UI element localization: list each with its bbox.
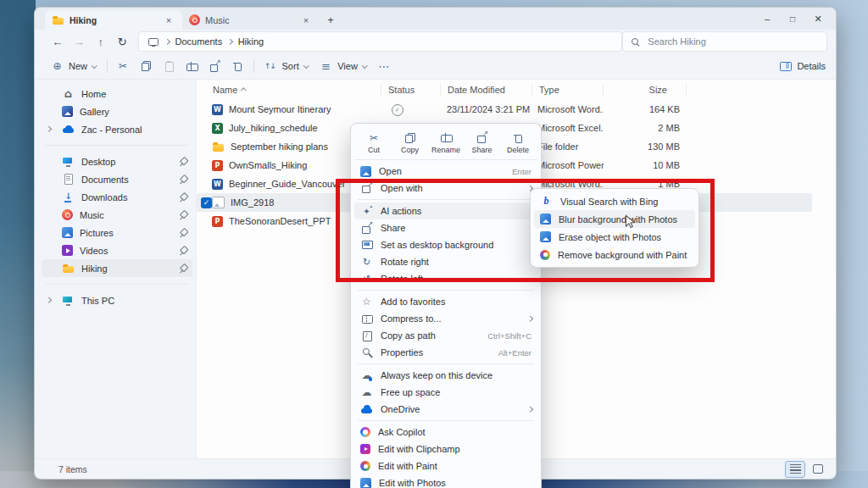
tab-hiking[interactable]: Hiking × — [45, 10, 182, 30]
context-menu-item[interactable]: Always keep on this device — [354, 367, 537, 384]
cut-icon — [117, 60, 130, 73]
breadcrumb[interactable]: DocumentsHiking — [138, 31, 622, 52]
clipchamp-icon — [360, 444, 370, 454]
expand-chevron-icon[interactable] — [46, 297, 51, 302]
ai-actions-icon — [360, 205, 373, 218]
chevron-down-icon — [303, 63, 309, 68]
file-row[interactable]: Mount Seymour Itinerary 23/11/2024 3:21 … — [197, 100, 812, 119]
refresh-button[interactable] — [112, 32, 134, 51]
submenu-item[interactable]: Remove background with Paint — [534, 246, 695, 263]
home-icon — [62, 87, 75, 100]
submenu-item[interactable]: Blur background with Photos — [534, 210, 695, 228]
context-menu-item[interactable]: Edit with Clipchamp — [354, 441, 537, 458]
pin-icon — [178, 210, 187, 220]
sidebar-item[interactable]: Gallery — [42, 103, 192, 120]
context-menu-item[interactable]: Rotate left — [354, 270, 537, 287]
sidebar-item[interactable]: Hiking — [42, 259, 192, 277]
quick-action-button[interactable]: Copy — [394, 130, 426, 156]
context-menu-item[interactable]: Share — [354, 219, 537, 236]
quick-action-button[interactable]: Rename — [430, 130, 462, 156]
quick-action-button[interactable]: Share — [466, 130, 498, 156]
sidebar-item[interactable]: Desktop — [42, 152, 192, 170]
music-app-icon — [62, 209, 73, 220]
maximize-button[interactable]: □ — [780, 8, 805, 30]
submenu-item[interactable]: Erase object with Photos — [534, 228, 695, 246]
context-menu-item[interactable]: Edit with Paint — [354, 458, 537, 474]
new-tab-button[interactable]: + — [320, 10, 342, 30]
up-button[interactable]: ↑ — [90, 32, 112, 51]
file-size: 2 MB — [604, 123, 687, 133]
context-menu-item[interactable]: AI actions — [354, 202, 537, 219]
details-pane-button[interactable]: Details — [779, 60, 826, 73]
context-menu-item[interactable]: Edit with Photos — [354, 474, 537, 488]
context-menu-item[interactable]: Open with — [354, 180, 537, 197]
context-menu-item[interactable]: OneDrive — [354, 401, 537, 418]
rename-button[interactable] — [181, 56, 203, 76]
forward-button[interactable]: → — [69, 32, 91, 51]
chevron-right-icon — [527, 316, 532, 321]
breadcrumb-segment[interactable]: Hiking — [238, 36, 264, 47]
share-icon — [209, 60, 221, 73]
back-button[interactable]: ← — [47, 32, 69, 51]
powerpoint-file-icon — [212, 216, 223, 227]
expand-chevron-icon[interactable] — [46, 126, 51, 131]
sidebar-item[interactable]: Pictures — [42, 224, 192, 241]
context-menu-item[interactable]: Compress to... — [354, 310, 537, 327]
sidebar-item[interactable]: Music — [42, 206, 192, 224]
minimize-button[interactable]: – — [754, 8, 780, 30]
context-menu-item[interactable]: Copy as path Ctrl+Shift+C — [354, 327, 537, 344]
new-button[interactable]: New — [45, 56, 103, 76]
delete-button[interactable] — [226, 56, 249, 76]
compress-icon — [360, 313, 373, 325]
close-button[interactable]: ✕ — [805, 8, 831, 30]
submenu-item[interactable]: Visual Search with Bing — [534, 192, 695, 210]
context-menu-item[interactable]: Properties Alt+Enter — [354, 344, 537, 361]
quick-action-button[interactable]: Cut — [358, 130, 390, 156]
column-header-date-modified[interactable]: Date Modified — [441, 84, 532, 97]
photos-app-icon — [540, 231, 551, 242]
column-header-status[interactable]: Status — [381, 84, 441, 97]
search-box[interactable] — [622, 31, 827, 52]
sidebar-item[interactable]: This PC — [42, 291, 192, 309]
close-tab-icon[interactable]: × — [299, 14, 313, 27]
menu-divider — [358, 420, 534, 421]
sidebar-bottom-group: This PC — [42, 291, 192, 309]
context-menu-item[interactable]: Ask Copilot — [354, 424, 537, 441]
context-menu-item[interactable]: Free up space — [354, 384, 537, 401]
sidebar-item[interactable]: Videos — [42, 241, 192, 259]
paste-icon — [163, 60, 175, 73]
more-options-button[interactable] — [372, 56, 395, 76]
paste-button[interactable] — [158, 56, 181, 76]
context-menu-item[interactable]: Rotate right — [354, 253, 537, 270]
sidebar-item[interactable]: Home — [42, 85, 192, 103]
context-menu-item[interactable]: Set as desktop background — [354, 236, 537, 253]
share-button[interactable] — [203, 56, 226, 76]
cut-button[interactable] — [112, 56, 135, 76]
chevron-down-icon — [92, 63, 97, 68]
column-header-size[interactable]: Size — [604, 84, 687, 97]
column-header-type[interactable]: Type — [532, 84, 604, 97]
tab-music[interactable]: Music × — [182, 10, 320, 30]
thumbnail-view-button[interactable] — [809, 462, 827, 477]
view-button[interactable]: View — [314, 56, 372, 76]
quick-action-button[interactable]: Delete — [502, 130, 534, 156]
sidebar-item[interactable]: Downloads — [42, 188, 192, 206]
menu-divider — [358, 290, 534, 291]
sort-button[interactable]: Sort — [259, 56, 314, 76]
rename-icon — [440, 131, 453, 144]
details-view-button[interactable] — [785, 461, 805, 478]
search-input[interactable] — [646, 36, 820, 47]
breadcrumb-segment[interactable]: Documents — [175, 36, 223, 47]
sidebar-item[interactable]: Zac - Personal — [42, 120, 192, 138]
photos-app-icon — [540, 214, 551, 225]
menu-divider — [358, 199, 534, 200]
copy-button[interactable] — [135, 56, 158, 76]
context-menu-item[interactable]: Open Enter — [354, 163, 537, 180]
checkbox[interactable] — [201, 197, 212, 208]
context-menu-item[interactable]: Add to favorites — [354, 293, 537, 310]
context-menu: Cut Copy Rename Share Delete Open Ent — [350, 123, 542, 488]
column-header-name[interactable]: Name — [197, 84, 381, 97]
close-tab-icon[interactable]: × — [162, 14, 175, 27]
excel-file-icon — [212, 123, 223, 134]
sidebar-item[interactable]: Documents — [42, 170, 192, 188]
